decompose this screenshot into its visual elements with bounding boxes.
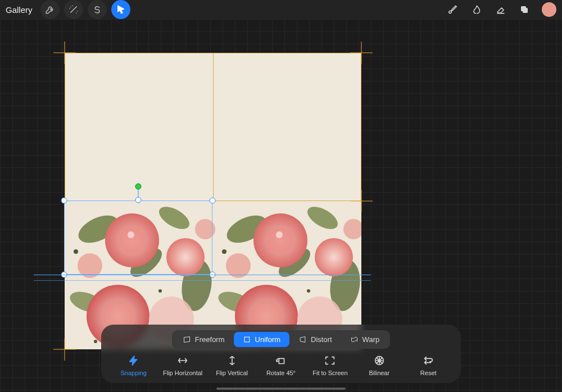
mode-uniform-label: Uniform <box>255 335 281 344</box>
mode-freeform-label: Freeform <box>195 335 225 344</box>
layers-icon <box>519 4 529 15</box>
warp-icon <box>350 335 359 344</box>
actions-button[interactable] <box>40 0 60 19</box>
mode-distort[interactable]: Distort <box>289 332 341 347</box>
selection-bounding-box[interactable] <box>64 200 212 275</box>
action-fit-to-screen[interactable]: Fit to Screen <box>306 354 355 376</box>
freeform-icon <box>183 335 191 344</box>
artboard-mid-guide <box>213 53 214 201</box>
action-reset[interactable]: Reset <box>404 354 453 376</box>
action-flip-horizontal[interactable]: Flip Horizontal <box>158 354 207 376</box>
svg-rect-1 <box>523 8 528 13</box>
action-flip-horizontal-label: Flip Horizontal <box>163 370 202 376</box>
rotation-anchor[interactable] <box>135 197 142 203</box>
layers-button[interactable] <box>515 0 534 19</box>
brush-icon <box>448 4 459 15</box>
top-toolbar: Gallery <box>0 0 562 19</box>
rotation-handle[interactable] <box>135 184 142 190</box>
smudge-button[interactable] <box>468 0 487 19</box>
eraser-icon <box>496 4 506 15</box>
action-bilinear-label: Bilinear <box>369 370 389 376</box>
selection-handle-tr[interactable] <box>210 198 216 204</box>
brush-button[interactable] <box>444 0 463 19</box>
svg-rect-20 <box>279 358 284 363</box>
arrow-cursor-icon <box>116 4 126 15</box>
eraser-button[interactable] <box>491 0 510 19</box>
smudge-icon <box>472 4 482 15</box>
action-rotate-45-label: Rotate 45° <box>266 370 296 376</box>
flip-vertical-icon <box>226 354 238 367</box>
selection-handle-tl[interactable] <box>61 198 67 204</box>
action-snapping[interactable]: Snapping <box>109 354 158 376</box>
uniform-icon <box>243 335 251 344</box>
adjustments-button[interactable] <box>64 0 83 19</box>
rotate-icon <box>275 354 287 367</box>
flip-horizontal-icon <box>176 354 189 367</box>
snap-guide-horizontal-2 <box>34 280 371 281</box>
wrench-icon <box>45 4 55 15</box>
svg-rect-19 <box>244 337 250 342</box>
wand-icon <box>69 4 79 15</box>
mode-warp-label: Warp <box>362 335 380 344</box>
selection-button[interactable] <box>88 0 107 19</box>
snap-guide-horizontal-1 <box>34 275 371 275</box>
transform-mode-segmented-control: Freeform Uniform Distort Warp <box>172 330 390 349</box>
snapping-icon <box>128 354 140 367</box>
distort-icon <box>298 335 307 344</box>
action-flip-vertical[interactable]: Flip Vertical <box>207 354 256 376</box>
mode-distort-label: Distort <box>311 335 332 344</box>
action-rotate-45[interactable]: Rotate 45° <box>256 354 305 376</box>
top-right-tools <box>442 0 556 19</box>
transform-button[interactable] <box>111 0 130 19</box>
action-snapping-label: Snapping <box>120 370 147 376</box>
transform-actions-row: Snapping Flip Horizontal Flip Vertical R… <box>109 354 453 376</box>
selection-s-icon <box>92 4 102 15</box>
transform-toolbar: Freeform Uniform Distort Warp Snapping F… <box>101 325 461 383</box>
mode-freeform[interactable]: Freeform <box>174 332 234 347</box>
action-flip-vertical-label: Flip Vertical <box>216 370 248 376</box>
mode-uniform[interactable]: Uniform <box>234 332 290 347</box>
mode-warp[interactable]: Warp <box>341 332 389 347</box>
color-picker-button[interactable] <box>542 2 556 17</box>
bilinear-icon <box>373 354 386 367</box>
fit-screen-icon <box>324 354 336 367</box>
action-reset-label: Reset <box>420 370 437 376</box>
action-bilinear[interactable]: Bilinear <box>355 354 404 376</box>
home-indicator <box>216 388 346 390</box>
reset-icon <box>422 354 434 367</box>
action-fit-to-screen-label: Fit to Screen <box>312 370 347 376</box>
gallery-button[interactable]: Gallery <box>6 5 33 15</box>
